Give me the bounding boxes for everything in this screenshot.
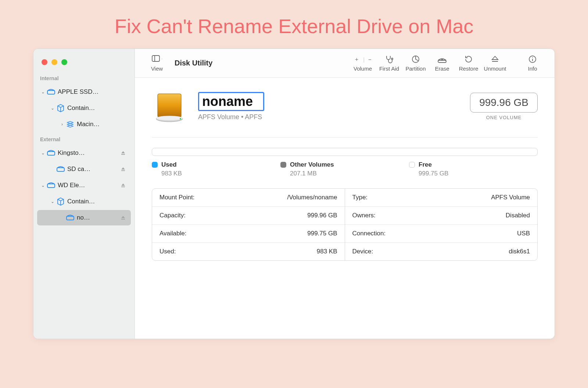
restore-button[interactable]: Restore (455, 54, 482, 72)
sidebar-item-macintosh-hd[interactable]: › Macin… (37, 117, 131, 132)
sidebar-item-noname[interactable]: no… (37, 210, 131, 225)
eject-icon[interactable] (121, 215, 127, 220)
window-controls (33, 54, 135, 72)
info-val: disk6s1 (509, 248, 530, 255)
chevron-down-icon: ⌄ (50, 199, 55, 204)
legend-other-value: 207.1 MB (290, 170, 409, 177)
svg-rect-2 (57, 168, 64, 171)
info-val: 999.96 GB (307, 212, 337, 219)
sidebar-item-label: Contain… (66, 104, 127, 112)
toolbar-label: Partition (405, 65, 426, 72)
divider (152, 137, 538, 138)
chevron-down-icon: ⌄ (40, 89, 46, 95)
erase-button[interactable]: Erase (429, 54, 455, 72)
info-col-left: Mount Point:/Volumes/noname Capacity:999… (152, 189, 345, 260)
info-key: Type: (352, 194, 368, 201)
sidebar-item-label: Kingsto… (56, 149, 121, 157)
minimize-window-button[interactable] (51, 59, 57, 65)
info-key: Device: (352, 248, 373, 255)
info-val: /Volumes/noname (287, 194, 337, 201)
svg-rect-1 (47, 152, 55, 155)
toolbar: ⌄ View Disk Utility ＋|− Volume First Aid (135, 49, 555, 78)
info-val: 983 KB (317, 248, 337, 255)
swatch-free (409, 162, 415, 168)
svg-point-18 (156, 116, 183, 120)
info-icon (528, 54, 537, 64)
info-key: Capacity: (159, 212, 186, 219)
info-col-right: Type:APFS Volume Owners:Disabled Connect… (345, 189, 538, 260)
volume-name-input[interactable] (198, 92, 264, 111)
swatch-other (280, 162, 286, 168)
svg-rect-3 (47, 184, 55, 188)
container-icon (55, 104, 66, 112)
legend-other-label: Other Volumes (290, 161, 334, 168)
sidebar-item-container-d1[interactable]: ⌄ Contain… (37, 100, 131, 116)
sidebar-item-container-d2[interactable]: ⌄ Contain… (37, 194, 131, 209)
info-key: Available: (159, 230, 186, 237)
toolbar-label: Erase (435, 65, 449, 72)
sidebar-item-sd-card[interactable]: SD ca… (37, 161, 131, 177)
swatch-used (152, 162, 158, 168)
info-val: APFS Volume (491, 194, 530, 201)
svg-text:⌄: ⌄ (161, 56, 162, 60)
toolbar-label: Info (528, 65, 537, 72)
sidebar-toggle-icon: ⌄ (152, 54, 162, 64)
svg-rect-10 (438, 60, 446, 63)
pie-icon (411, 54, 420, 64)
container-icon (55, 197, 66, 206)
usage-legend: Used 983 KB Other Volumes 207.1 MB Free (152, 161, 538, 177)
svg-point-19 (180, 118, 181, 120)
sidebar-item-label: APPLE SSD… (56, 88, 127, 96)
chevron-down-icon: ⌄ (50, 106, 55, 111)
unmount-button[interactable]: Unmount (482, 54, 508, 72)
disk-icon (65, 215, 75, 221)
disk-icon (46, 182, 56, 188)
eject-icon[interactable] (121, 183, 127, 188)
first-aid-button[interactable]: First Aid (376, 54, 402, 72)
partition-button[interactable]: Partition (402, 54, 429, 72)
sidebar-section-external: External (33, 133, 135, 145)
chevron-right-icon: › (59, 122, 65, 127)
close-window-button[interactable] (42, 59, 47, 65)
plus-minus-icon: ＋|− (354, 54, 372, 64)
disk-icon (55, 166, 66, 172)
view-menu-button[interactable]: ⌄ View (144, 54, 170, 72)
info-key: Mount Point: (159, 194, 194, 201)
sidebar-item-label: WD Ele… (56, 182, 121, 189)
sidebar-item-label: no… (75, 214, 121, 221)
sidebar-item-label: Contain… (66, 198, 127, 205)
main-pane: ⌄ View Disk Utility ＋|− Volume First Aid (135, 49, 555, 339)
svg-rect-4 (67, 216, 74, 220)
volume-subtitle: APFS Volume • APFS (198, 113, 459, 121)
chevron-down-icon: ⌄ (40, 183, 46, 188)
svg-rect-0 (47, 90, 55, 94)
sidebar-section-internal: Internal (33, 72, 135, 83)
info-val: Disabled (506, 212, 530, 219)
eject-icon[interactable] (121, 150, 127, 156)
legend-used-label: Used (161, 161, 177, 168)
info-button[interactable]: Info (519, 54, 546, 72)
sidebar-item-label: SD ca… (66, 165, 121, 173)
sidebar-item-apple-ssd[interactable]: ⌄ APPLE SSD… (37, 84, 131, 100)
zoom-window-button[interactable] (61, 59, 67, 65)
info-grid: Mount Point:/Volumes/noname Capacity:999… (152, 188, 538, 261)
eject-icon (491, 54, 499, 64)
usage-bar (152, 148, 538, 156)
sidebar-item-kingston[interactable]: ⌄ Kingsto… (37, 145, 131, 161)
content: APFS Volume • APFS 999.96 GB ONE VOLUME … (135, 78, 555, 339)
svg-point-8 (391, 58, 393, 60)
toolbar-label: First Aid (379, 65, 399, 72)
volume-size-badge: 999.96 GB (470, 93, 538, 113)
disk-utility-window: Internal ⌄ APPLE SSD… ⌄ Contain… › Macin… (33, 49, 555, 339)
volume-add-remove-button[interactable]: ＋|− Volume (349, 54, 376, 72)
disk-icon (46, 89, 56, 95)
erase-icon (437, 54, 447, 64)
svg-rect-5 (152, 56, 159, 61)
volume-size-sub: ONE VOLUME (470, 115, 538, 120)
legend-free-label: Free (419, 161, 432, 168)
eject-icon[interactable] (121, 167, 127, 172)
info-val: USB (517, 230, 530, 237)
svg-point-16 (532, 57, 533, 58)
toolbar-label: Unmount (484, 65, 506, 72)
sidebar-item-wd-elements[interactable]: ⌄ WD Ele… (37, 178, 131, 193)
